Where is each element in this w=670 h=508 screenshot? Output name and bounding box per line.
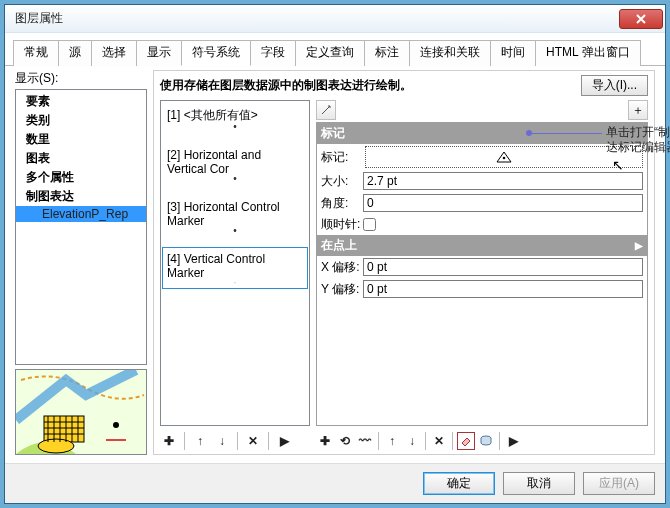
rule-item-2[interactable]: [2] Horizontal and Vertical Cor• [163, 144, 307, 184]
db-icon[interactable] [477, 432, 495, 450]
xoffset-label: X 偏移: [321, 259, 363, 276]
tree-node-rep-child[interactable]: ElevationP_Rep [16, 206, 146, 222]
tree-node-charts[interactable]: 图表 [16, 149, 146, 168]
size-row: 大小: [317, 170, 647, 192]
angle-label: 角度: [321, 195, 363, 212]
move-up-icon[interactable]: ↑ [191, 432, 209, 450]
ok-button[interactable]: 确定 [423, 472, 495, 495]
close-button[interactable] [619, 9, 663, 29]
tab-source[interactable]: 源 [58, 40, 92, 66]
titlebar: 图层属性 [5, 5, 665, 33]
tree-node-multiattr[interactable]: 多个属性 [16, 168, 146, 187]
yoffset-input[interactable] [363, 280, 643, 298]
tab-joins[interactable]: 连接和关联 [409, 40, 491, 66]
rule-label: [4] Vertical Control Marker [167, 252, 303, 280]
plus-icon: ＋ [632, 102, 644, 119]
layer-toolbar: ＋ [316, 100, 648, 120]
rules-list[interactable]: [1] <其他所有值>• [2] Horizontal and Vertical… [160, 100, 310, 426]
xoffset-input[interactable] [363, 258, 643, 276]
cancel-button[interactable]: 取消 [503, 472, 575, 495]
mid-column: 使用存储在图层数据源中的制图表达进行绘制。 导入(I)... [1] <其他所有… [153, 70, 655, 455]
callout-annotation: 单击打开“制图表达标记编辑器” [526, 125, 670, 155]
add-layer-button[interactable]: ＋ [628, 100, 648, 120]
tab-general[interactable]: 常规 [13, 40, 59, 66]
rules-toolbar: ✚ ↑ ↓ ✕ ▶ [160, 426, 310, 450]
delete-rule-icon[interactable]: ✕ [244, 432, 262, 450]
tab-selection[interactable]: 选择 [91, 40, 137, 66]
rule-item-1[interactable]: [1] <其他所有值>• [163, 103, 307, 132]
tab-defquery[interactable]: 定义查询 [295, 40, 365, 66]
effect-add-icon[interactable]: ✚ [316, 432, 334, 450]
rule-label: [3] Horizontal Control Marker [167, 200, 303, 228]
wand-icon [320, 104, 332, 116]
effect-down-icon[interactable]: ↓ [403, 432, 421, 450]
size-input[interactable] [363, 172, 643, 190]
preview-image [16, 370, 146, 454]
tree-node-categories[interactable]: 类别 [16, 111, 146, 130]
effect-line-icon[interactable]: 〰 [356, 432, 374, 450]
rule-label: [2] Horizontal and Vertical Cor [167, 148, 303, 176]
yoffset-label: Y 偏移: [321, 281, 363, 298]
effect-options-icon[interactable]: ▶ [504, 432, 522, 450]
chevron-right-icon: ▶ [635, 240, 643, 251]
upper-area: 显示(S): 要素 类别 数里 图表 多个属性 制图表达 ElevationP_… [15, 70, 655, 455]
svg-point-13 [503, 157, 506, 160]
mid-header: 使用存储在图层数据源中的制图表达进行绘制。 导入(I)... [160, 75, 648, 96]
callout-text: 单击打开“制图表达标记编辑器” [606, 125, 670, 155]
svg-point-2 [38, 439, 74, 453]
layer-tool-icon[interactable] [316, 100, 336, 120]
section-title: 在点上 [321, 237, 357, 254]
size-label: 大小: [321, 173, 363, 190]
cursor-icon: ↖ [612, 157, 624, 173]
tab-symbology[interactable]: 符号系统 [181, 40, 251, 66]
tab-fields[interactable]: 字段 [250, 40, 296, 66]
add-rule-icon[interactable]: ✚ [160, 432, 178, 450]
tab-body: 显示(S): 要素 类别 数里 图表 多个属性 制图表达 ElevationP_… [5, 66, 665, 463]
properties-panel: 标记 标记: ↖ [316, 122, 648, 426]
tab-labels[interactable]: 标注 [364, 40, 410, 66]
window-title: 图层属性 [15, 10, 619, 27]
angle-row: 角度: [317, 192, 647, 214]
xoffset-row: X 偏移: [317, 256, 647, 278]
move-down-icon[interactable]: ↓ [213, 432, 231, 450]
dialog-window: 图层属性 常规 源 选择 显示 符号系统 字段 定义查询 标注 连接和关联 时间… [4, 4, 666, 504]
section-title: 标记 [321, 125, 345, 142]
options-icon[interactable]: ▶ [275, 432, 293, 450]
rule-item-4[interactable]: [4] Vertical Control Marker· [163, 248, 307, 288]
renderer-tree[interactable]: 要素 类别 数里 图表 多个属性 制图表达 ElevationP_Rep [15, 89, 147, 365]
tab-bar: 常规 源 选择 显示 符号系统 字段 定义查询 标注 连接和关联 时间 HTML… [5, 33, 665, 66]
tree-node-quantities[interactable]: 数里 [16, 130, 146, 149]
tree-node-features[interactable]: 要素 [16, 92, 146, 111]
tree-node-representation[interactable]: 制图表达 [16, 187, 146, 206]
show-label: 显示(S): [15, 70, 147, 87]
dialog-footer: 确定 取消 应用(A) [5, 463, 665, 503]
angle-input[interactable] [363, 194, 643, 212]
rule-item-3[interactable]: [3] Horizontal Control Marker• [163, 196, 307, 236]
effect-global-icon[interactable]: ⟲ [336, 432, 354, 450]
symbol-preview [15, 369, 147, 455]
clockwise-checkbox[interactable] [363, 218, 376, 231]
section-onpoint-header[interactable]: 在点上 ▶ [317, 235, 647, 256]
effect-delete-icon[interactable]: ✕ [430, 432, 448, 450]
left-column: 显示(S): 要素 类别 数里 图表 多个属性 制图表达 ElevationP_… [15, 70, 147, 455]
tab-time[interactable]: 时间 [490, 40, 536, 66]
eraser-icon[interactable] [457, 432, 475, 450]
yoffset-row: Y 偏移: [317, 278, 647, 300]
svg-point-12 [113, 422, 119, 428]
tab-display[interactable]: 显示 [136, 40, 182, 66]
apply-button[interactable]: 应用(A) [583, 472, 655, 495]
effect-up-icon[interactable]: ↑ [383, 432, 401, 450]
triangle-marker-icon [495, 150, 513, 164]
marker-label: 标记: [321, 149, 363, 166]
clockwise-label: 顺时针: [321, 216, 363, 233]
tab-htmlpopup[interactable]: HTML 弹出窗口 [535, 40, 641, 66]
import-button[interactable]: 导入(I)... [581, 75, 648, 96]
callout-line [532, 133, 602, 134]
clockwise-row: 顺时针: [317, 214, 647, 235]
effects-toolbar: ✚ ⟲ 〰 ↑ ↓ ✕ [316, 426, 648, 450]
close-icon [636, 14, 646, 24]
mid-heading: 使用存储在图层数据源中的制图表达进行绘制。 [160, 77, 575, 94]
